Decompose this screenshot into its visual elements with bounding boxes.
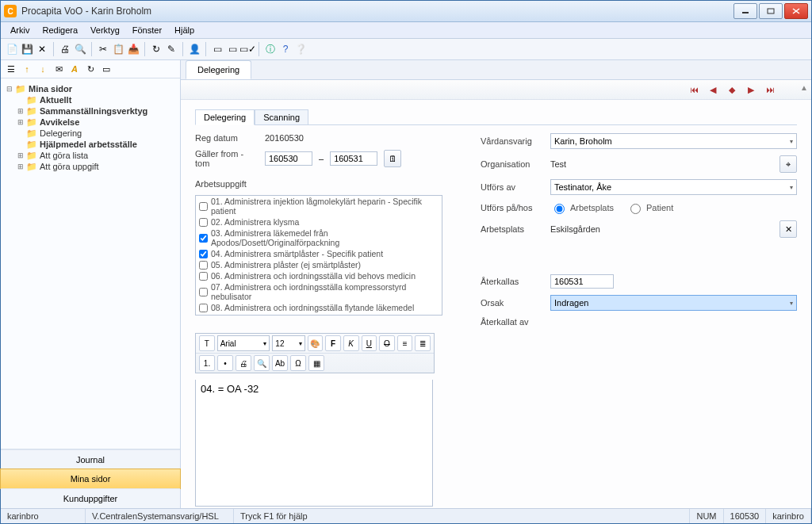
tb-save-icon[interactable]: 💾 [21, 43, 33, 55]
task-list[interactable]: 01. Administrera injektion lågmolekylärt… [195, 195, 442, 316]
organisation-picker-icon[interactable]: ⌖ [779, 155, 797, 173]
task-row[interactable]: 02. Administrera klysma [196, 216, 442, 228]
tb-paste-icon[interactable]: 📥 [127, 43, 140, 55]
tree-item[interactable]: ⊞📁Att göra uppgift [4, 161, 177, 172]
nav-next-icon[interactable]: ▶ [744, 83, 758, 96]
tree-item[interactable]: ⊟📁Mina sidor [4, 83, 177, 94]
menu-redigera[interactable]: Redigera [36, 24, 84, 36]
et-color-icon[interactable]: 🎨 [308, 335, 324, 351]
tb-person-icon[interactable]: 👤 [188, 43, 201, 55]
task-checkbox[interactable] [199, 288, 208, 296]
tb-refresh-icon[interactable]: ↻ [150, 43, 163, 55]
tb-copy-icon[interactable]: 📋 [112, 43, 124, 55]
lt-tree-icon[interactable]: ☰ [6, 63, 17, 75]
select-utfors-av[interactable]: Testinator, Åke▾ [550, 179, 797, 195]
radio-patient[interactable]: Patient [626, 201, 673, 214]
et-underline-icon[interactable]: U [362, 335, 377, 351]
et-list-bul-icon[interactable]: • [217, 355, 233, 371]
task-checkbox[interactable] [199, 272, 208, 281]
tb-delete-icon[interactable]: ✕ [36, 43, 48, 55]
sidebar-button-kunduppgifter[interactable]: Kunduppgifter [1, 488, 180, 508]
task-checkbox[interactable] [199, 234, 208, 243]
lt-window-icon[interactable]: ▭ [101, 63, 112, 75]
task-checkbox[interactable] [199, 250, 208, 258]
task-checkbox[interactable] [199, 218, 208, 227]
lt-filter-a-icon[interactable]: A [69, 63, 80, 75]
et-italic-icon[interactable]: K [343, 335, 359, 351]
et-align-left-icon[interactable]: ≡ [397, 335, 413, 351]
input-aterkallas[interactable] [550, 274, 614, 289]
nav-current-icon[interactable]: ◆ [725, 83, 739, 96]
lt-mail-icon[interactable]: ✉ [53, 63, 64, 75]
et-spell-icon[interactable]: Ab [272, 355, 288, 371]
task-row[interactable]: 09. Administrera ögondroppar/salva, öron… [196, 313, 442, 316]
task-row[interactable]: 06. Administrera och iordningsställa vid… [196, 270, 442, 281]
size-select[interactable]: 12▾ [272, 335, 304, 351]
tab-delegering[interactable]: Delegering [195, 109, 255, 125]
task-row[interactable]: 07. Administrera och iordningsställa kom… [196, 281, 442, 302]
task-checkbox[interactable] [199, 202, 208, 211]
menu-hjalp[interactable]: Hjälp [168, 24, 201, 36]
tree-item[interactable]: 📁Delegering [4, 128, 177, 139]
task-row[interactable]: 03. Administrera läkemedel från Apodos/D… [196, 228, 442, 248]
task-row[interactable]: 01. Administrera injektion lågmolekylärt… [196, 196, 442, 216]
tree-item[interactable]: ⊞📁Sammanställningsverktyg [4, 105, 177, 117]
task-row[interactable]: 08. Administrera och iordningsställa fly… [196, 302, 442, 313]
nav-tree[interactable]: ⊟📁Mina sidor📁Aktuellt⊞📁Sammanställningsv… [1, 78, 180, 449]
et-strike-icon[interactable]: O [379, 335, 395, 351]
et-font-icon[interactable]: T [199, 335, 215, 351]
doc-tab-delegering[interactable]: Delegering [186, 60, 251, 79]
et-list-num-icon[interactable]: 1. [199, 355, 215, 371]
tb-print-icon[interactable]: 🖨 [59, 43, 71, 55]
scroll-up-icon[interactable]: ▲ [800, 83, 808, 92]
font-select[interactable]: Arial▾ [217, 335, 270, 351]
menu-fonster[interactable]: Fönster [126, 24, 168, 36]
et-image-icon[interactable]: ▦ [308, 355, 324, 371]
minimize-button[interactable] [733, 3, 757, 19]
menu-arkiv[interactable]: Arkiv [4, 24, 36, 36]
tree-item[interactable]: ⊞📁Att göra lista [4, 150, 177, 161]
tb-cut-icon[interactable]: ✂ [97, 43, 109, 55]
lt-refresh-icon[interactable]: ↻ [85, 63, 96, 75]
radio-arbetsplats[interactable]: Arbetsplats [550, 201, 614, 214]
arbetsplats-picker-icon[interactable]: ✕ [779, 220, 797, 238]
task-row[interactable]: 05. Administrera plåster (ej smärtplåste… [196, 259, 442, 270]
tb-help-icon[interactable]: ? [279, 43, 292, 55]
menu-verktyg[interactable]: Verktyg [84, 24, 126, 36]
task-checkbox[interactable] [199, 315, 208, 316]
tb-preview-icon[interactable]: 🔍 [74, 43, 86, 55]
tb-wand-icon[interactable]: ✎ [165, 43, 178, 55]
select-vardansvarig[interactable]: Karin, Broholm▾ [550, 133, 797, 149]
task-row[interactable]: 04. Administrera smärtplåster - Specifik… [196, 248, 442, 259]
nav-prev-icon[interactable]: ◀ [706, 83, 720, 96]
date-picker-icon[interactable]: 🗓 [384, 150, 401, 167]
tb-info-icon[interactable]: ⓘ [264, 43, 277, 55]
select-orsak[interactable]: Indragen▾ [550, 295, 797, 311]
et-print-icon[interactable]: 🖨 [236, 355, 251, 371]
lt-sort-asc-icon[interactable]: ↑ [21, 63, 33, 75]
tree-item[interactable]: ⊞📁Avvikelse [4, 117, 177, 128]
sidebar-button-journal[interactable]: Journal [1, 449, 180, 469]
task-checkbox[interactable] [199, 261, 208, 270]
tb-new-icon[interactable]: 📄 [6, 43, 18, 55]
tb-doc2-icon[interactable]: ▭ [226, 43, 239, 55]
close-button[interactable] [784, 3, 808, 19]
et-bold-icon[interactable]: F [325, 335, 341, 351]
tb-whatsthis-icon[interactable]: ❔ [294, 43, 307, 55]
nav-last-icon[interactable]: ⏭ [763, 83, 777, 96]
tab-scanning[interactable]: Scanning [255, 109, 308, 124]
et-search-icon[interactable]: 🔍 [254, 355, 270, 371]
lt-sort-desc-icon[interactable]: ↓ [37, 63, 48, 75]
tree-item[interactable]: 📁Hjälpmedel arbetsställe [4, 139, 177, 150]
tb-doc3-icon[interactable]: ▭✓ [241, 43, 254, 55]
maximize-button[interactable] [759, 3, 783, 19]
input-galler-from[interactable] [265, 151, 312, 166]
rich-text-editor[interactable]: 04. = OA -32 [195, 380, 433, 507]
sidebar-button-mina-sidor[interactable]: Mina sidor [0, 469, 181, 489]
tree-item[interactable]: 📁Aktuellt [4, 94, 177, 105]
et-align-center-icon[interactable]: ≣ [415, 335, 431, 351]
input-galler-tom[interactable] [330, 151, 377, 166]
task-checkbox[interactable] [199, 304, 208, 312]
et-symbol-icon[interactable]: Ω [290, 355, 306, 371]
nav-first-icon[interactable]: ⏮ [687, 83, 701, 96]
